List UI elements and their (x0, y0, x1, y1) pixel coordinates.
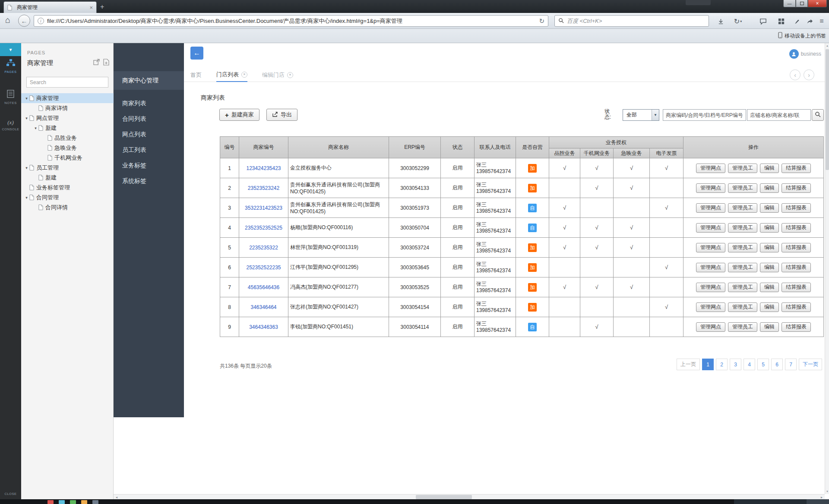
module-nav-item[interactable]: 网点列表 (114, 127, 184, 142)
row-action-button[interactable]: 管理员工 (728, 322, 757, 332)
merchant-code-link[interactable]: 2352352352525 (245, 225, 282, 231)
tree-item[interactable]: 千机网业务 (21, 153, 114, 163)
row-action-button[interactable]: 结算报表 (782, 322, 811, 332)
page-button[interactable]: 6 (771, 359, 783, 370)
reload-icon[interactable]: ↻ (539, 17, 544, 25)
merchant-code-link[interactable]: 123424235423 (246, 165, 281, 171)
merchant-code-link[interactable]: 3532231423523 (245, 205, 282, 211)
browser-search-input[interactable] (567, 18, 705, 24)
browser-tab[interactable]: 商家管理 × (3, 1, 97, 13)
tree-item[interactable]: ▾员工管理 (21, 163, 114, 173)
page-button[interactable]: 7 (785, 359, 797, 370)
browser-search-bar[interactable] (554, 15, 709, 27)
site-info-icon[interactable]: i (38, 18, 44, 24)
close-icon[interactable]: × (241, 72, 247, 78)
url-bar[interactable]: i file:///C:/Users/Administrator/Desktop… (34, 15, 548, 27)
row-action-button[interactable]: 结算报表 (782, 183, 811, 193)
caret-down-icon[interactable]: ▾ (24, 166, 29, 170)
prev-page-button[interactable]: 上一页 (677, 359, 700, 370)
tab-edit-store[interactable]: 编辑门店 × (262, 68, 293, 82)
row-action-button[interactable]: 管理网点 (696, 302, 725, 312)
tab-store-list[interactable]: 门店列表 × (216, 68, 247, 82)
row-action-button[interactable]: 编辑 (760, 322, 779, 332)
horizontal-scroll-thumb[interactable] (416, 495, 472, 499)
add-page-icon[interactable] (103, 59, 109, 67)
row-action-button[interactable]: 结算报表 (782, 243, 811, 252)
row-action-button[interactable]: 管理员工 (728, 223, 757, 233)
row-action-button[interactable]: 结算报表 (782, 302, 811, 312)
row-action-button[interactable]: 编辑 (760, 164, 779, 173)
row-action-button[interactable]: 管理网点 (696, 283, 725, 292)
row-action-button[interactable]: 管理网点 (696, 164, 725, 173)
tab-close-icon[interactable]: × (89, 4, 93, 11)
pages-search-input[interactable] (26, 77, 108, 88)
merchant-code-link[interactable]: 45635646436 (248, 284, 279, 290)
home-icon[interactable]: ⌂ (5, 15, 10, 25)
new-tab-button[interactable]: + (100, 3, 104, 11)
taskbar-app-icon[interactable] (70, 500, 76, 504)
vertical-scroll-thumb[interactable] (826, 49, 829, 170)
download-icon[interactable] (715, 16, 726, 26)
page-button[interactable]: 3 (730, 359, 741, 370)
merchant-code-link[interactable]: 252352522235 (246, 265, 281, 271)
tabs-scroll-left-button[interactable]: ‹ (790, 69, 801, 80)
tab-home[interactable]: 首页 (190, 68, 202, 82)
horizontal-scrollbar[interactable]: ◂ ▸ (114, 494, 825, 499)
module-nav-item[interactable]: 商家列表 (114, 96, 184, 111)
taskbar-app-icon[interactable] (81, 500, 87, 504)
caret-down-icon[interactable]: ▾ (24, 96, 29, 101)
row-action-button[interactable]: 管理网点 (696, 322, 725, 332)
row-action-button[interactable]: 结算报表 (782, 263, 811, 272)
row-action-button[interactable]: 管理员工 (728, 203, 757, 213)
open-external-icon[interactable] (93, 59, 100, 67)
merchant-code-link[interactable]: 23523523242 (248, 185, 279, 191)
collapse-panel-button[interactable]: ▾ (0, 43, 21, 56)
tab-grid-icon[interactable] (775, 16, 787, 26)
row-action-button[interactable]: 结算报表 (782, 164, 811, 173)
theme-brush-icon[interactable] (791, 16, 802, 26)
tree-item[interactable]: 商家详情 (21, 103, 114, 113)
search-button[interactable] (812, 109, 824, 121)
close-window-button[interactable]: × (808, 0, 827, 7)
tabs-scroll-right-button[interactable]: › (804, 69, 814, 80)
minimize-button[interactable]: — (783, 0, 796, 7)
rail-item-pages[interactable]: PAGES (0, 59, 21, 74)
caret-down-icon[interactable]: ▾ (24, 195, 29, 200)
messages-icon[interactable] (757, 16, 769, 26)
row-action-button[interactable]: 编辑 (760, 223, 779, 233)
menu-icon[interactable]: ≡ (816, 16, 827, 26)
taskbar-app-icon[interactable] (59, 500, 65, 504)
user-chip[interactable]: business (789, 49, 821, 59)
taskbar-clock-area[interactable] (807, 499, 829, 504)
scroll-down-icon[interactable]: ▾ (825, 489, 829, 494)
row-action-button[interactable]: 编辑 (760, 263, 779, 272)
close-icon[interactable]: × (287, 72, 293, 78)
tree-item[interactable]: 急唤业务 (21, 143, 114, 153)
tree-item[interactable]: 合同详情 (21, 202, 114, 212)
tree-item[interactable]: 品胜业务 (21, 133, 114, 143)
module-nav-item[interactable]: 员工列表 (114, 142, 184, 158)
page-button[interactable]: 1 (702, 359, 714, 370)
row-action-button[interactable]: 管理员工 (728, 263, 757, 272)
shop-keyword-input[interactable] (747, 109, 811, 121)
row-action-button[interactable]: 管理网点 (696, 203, 725, 213)
page-button[interactable]: 2 (716, 359, 728, 370)
tree-item[interactable]: ▾合同管理 (21, 192, 114, 202)
page-button[interactable]: 5 (757, 359, 769, 370)
maximize-button[interactable] (796, 0, 808, 7)
merchant-keyword-input[interactable] (663, 109, 746, 121)
row-action-button[interactable]: 管理员工 (728, 164, 757, 173)
new-merchant-button[interactable]: + 新建商家 (219, 109, 259, 121)
row-action-button[interactable]: 编辑 (760, 243, 779, 252)
row-action-button[interactable]: 管理网点 (696, 263, 725, 272)
windows-taskbar[interactable] (0, 499, 829, 504)
merchant-code-link[interactable]: 2235235322 (249, 245, 278, 251)
row-action-button[interactable]: 管理员工 (728, 302, 757, 312)
rail-item-console[interactable]: (x) CONSOLE (0, 118, 21, 131)
row-action-button[interactable]: 编辑 (760, 283, 779, 292)
next-page-button[interactable]: 下一页 (799, 359, 822, 370)
module-nav-item[interactable]: 业务标签 (114, 158, 184, 173)
row-action-button[interactable]: 编辑 (760, 183, 779, 193)
tree-item[interactable]: ▾商家管理 (21, 93, 114, 103)
export-button[interactable]: 导出 (266, 109, 297, 121)
